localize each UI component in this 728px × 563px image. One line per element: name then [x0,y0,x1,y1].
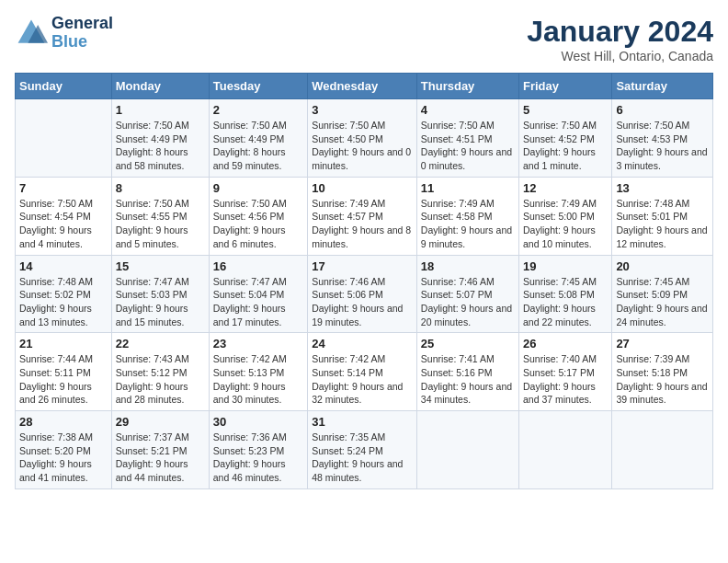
logo-icon [15,17,48,50]
day-number: 26 [523,337,608,350]
week-row-5: 28Sunrise: 7:38 AMSunset: 5:20 PMDayligh… [16,411,713,489]
day-info: Sunrise: 7:42 AMSunset: 5:13 PMDaylight:… [213,352,303,407]
day-number: 1 [116,103,205,117]
weekday-header-sunday: Sunday [16,74,112,99]
day-info: Sunrise: 7:50 AMSunset: 4:54 PMDaylight:… [19,197,108,251]
day-info: Sunrise: 7:47 AMSunset: 5:04 PMDaylight:… [213,275,303,329]
day-number: 18 [421,259,515,273]
day-info: Sunrise: 7:48 AMSunset: 5:01 PMDaylight:… [616,197,709,251]
day-info: Sunrise: 7:50 AMSunset: 4:53 PMDaylight:… [616,119,709,173]
calendar-cell: 27Sunrise: 7:39 AMSunset: 5:18 PMDayligh… [612,333,713,411]
day-info: Sunrise: 7:42 AMSunset: 5:14 PMDaylight:… [312,352,413,407]
day-info: Sunrise: 7:39 AMSunset: 5:18 PMDaylight:… [616,352,709,407]
day-number: 29 [116,415,205,429]
day-number: 2 [213,103,303,117]
day-info: Sunrise: 7:50 AMSunset: 4:51 PMDaylight:… [421,119,515,173]
day-number: 10 [312,181,413,195]
calendar-cell: 22Sunrise: 7:43 AMSunset: 5:12 PMDayligh… [111,333,209,411]
day-number: 15 [116,259,205,273]
calendar-cell [16,99,112,178]
day-info: Sunrise: 7:46 AMSunset: 5:06 PMDaylight:… [312,275,413,329]
day-number: 7 [19,181,108,195]
calendar-cell: 24Sunrise: 7:42 AMSunset: 5:14 PMDayligh… [308,333,417,411]
day-info: Sunrise: 7:43 AMSunset: 5:12 PMDaylight:… [116,352,205,407]
day-info: Sunrise: 7:48 AMSunset: 5:02 PMDaylight:… [19,275,108,329]
day-number: 6 [616,103,709,117]
week-row-3: 14Sunrise: 7:48 AMSunset: 5:02 PMDayligh… [16,255,713,333]
calendar-cell: 13Sunrise: 7:48 AMSunset: 5:01 PMDayligh… [612,177,713,255]
day-number: 3 [312,103,413,117]
day-info: Sunrise: 7:35 AMSunset: 5:24 PMDaylight:… [312,431,413,485]
calendar-cell: 18Sunrise: 7:46 AMSunset: 5:07 PMDayligh… [416,255,518,333]
day-number: 25 [421,337,515,350]
day-info: Sunrise: 7:49 AMSunset: 5:00 PMDaylight:… [523,197,608,251]
calendar-cell: 10Sunrise: 7:49 AMSunset: 4:57 PMDayligh… [308,177,417,255]
day-number: 28 [19,415,108,429]
day-number: 14 [19,259,108,273]
day-number: 12 [523,181,608,195]
calendar-cell: 1Sunrise: 7:50 AMSunset: 4:49 PMDaylight… [111,99,209,178]
calendar-cell: 4Sunrise: 7:50 AMSunset: 4:51 PMDaylight… [416,99,518,178]
day-number: 8 [116,181,205,195]
calendar-cell: 31Sunrise: 7:35 AMSunset: 5:24 PMDayligh… [308,411,417,489]
logo: General Blue [15,15,113,52]
day-info: Sunrise: 7:44 AMSunset: 5:11 PMDaylight:… [19,352,108,407]
calendar-cell: 14Sunrise: 7:48 AMSunset: 5:02 PMDayligh… [16,255,112,333]
day-info: Sunrise: 7:36 AMSunset: 5:23 PMDaylight:… [213,431,303,485]
calendar-table: SundayMondayTuesdayWednesdayThursdayFrid… [15,73,713,489]
calendar-cell: 30Sunrise: 7:36 AMSunset: 5:23 PMDayligh… [209,411,307,489]
day-number: 17 [312,259,413,273]
calendar-cell [612,411,713,489]
subtitle: West Hill, Ontario, Canada [527,49,713,63]
calendar-cell: 11Sunrise: 7:49 AMSunset: 4:58 PMDayligh… [416,177,518,255]
day-info: Sunrise: 7:37 AMSunset: 5:21 PMDaylight:… [116,431,205,485]
day-number: 22 [116,337,205,350]
calendar-cell: 21Sunrise: 7:44 AMSunset: 5:11 PMDayligh… [16,333,112,411]
day-number: 4 [421,103,515,117]
day-info: Sunrise: 7:50 AMSunset: 4:49 PMDaylight:… [116,119,205,173]
day-info: Sunrise: 7:46 AMSunset: 5:07 PMDaylight:… [421,275,515,329]
week-row-1: 1Sunrise: 7:50 AMSunset: 4:49 PMDaylight… [16,99,713,178]
calendar-cell [519,411,612,489]
calendar-cell: 29Sunrise: 7:37 AMSunset: 5:21 PMDayligh… [111,411,209,489]
week-row-4: 21Sunrise: 7:44 AMSunset: 5:11 PMDayligh… [16,333,713,411]
calendar-cell: 17Sunrise: 7:46 AMSunset: 5:06 PMDayligh… [308,255,417,333]
calendar-cell: 7Sunrise: 7:50 AMSunset: 4:54 PMDaylight… [16,177,112,255]
day-number: 23 [213,337,303,350]
calendar-cell: 2Sunrise: 7:50 AMSunset: 4:49 PMDaylight… [209,99,307,178]
day-number: 24 [312,337,413,350]
day-info: Sunrise: 7:40 AMSunset: 5:17 PMDaylight:… [523,352,608,407]
day-info: Sunrise: 7:41 AMSunset: 5:16 PMDaylight:… [421,352,515,407]
day-number: 9 [213,181,303,195]
calendar-cell: 12Sunrise: 7:49 AMSunset: 5:00 PMDayligh… [519,177,612,255]
main-title: January 2024 [527,15,713,49]
day-info: Sunrise: 7:49 AMSunset: 4:57 PMDaylight:… [312,197,413,251]
calendar-cell: 26Sunrise: 7:40 AMSunset: 5:17 PMDayligh… [519,333,612,411]
logo-line1: General [51,15,113,33]
day-number: 21 [19,337,108,350]
day-info: Sunrise: 7:38 AMSunset: 5:20 PMDaylight:… [19,431,108,485]
day-info: Sunrise: 7:49 AMSunset: 4:58 PMDaylight:… [421,197,515,251]
day-info: Sunrise: 7:47 AMSunset: 5:03 PMDaylight:… [116,275,205,329]
calendar-cell: 15Sunrise: 7:47 AMSunset: 5:03 PMDayligh… [111,255,209,333]
day-info: Sunrise: 7:50 AMSunset: 4:52 PMDaylight:… [523,119,608,173]
day-info: Sunrise: 7:50 AMSunset: 4:50 PMDaylight:… [312,119,413,173]
day-number: 16 [213,259,303,273]
calendar-cell: 6Sunrise: 7:50 AMSunset: 4:53 PMDaylight… [612,99,713,178]
weekday-header-friday: Friday [519,74,612,99]
weekday-header-monday: Monday [111,74,209,99]
calendar-cell: 5Sunrise: 7:50 AMSunset: 4:52 PMDaylight… [519,99,612,178]
calendar-cell: 28Sunrise: 7:38 AMSunset: 5:20 PMDayligh… [16,411,112,489]
day-number: 20 [616,259,709,273]
day-number: 27 [616,337,709,350]
page-header: General Blue January 2024 West Hill, Ont… [15,15,713,63]
weekday-header-saturday: Saturday [612,74,713,99]
day-number: 30 [213,415,303,429]
calendar-cell: 19Sunrise: 7:45 AMSunset: 5:08 PMDayligh… [519,255,612,333]
day-info: Sunrise: 7:45 AMSunset: 5:08 PMDaylight:… [523,275,608,329]
weekday-header-tuesday: Tuesday [209,74,307,99]
logo-line2: Blue [51,32,87,51]
day-info: Sunrise: 7:50 AMSunset: 4:56 PMDaylight:… [213,197,303,251]
calendar-cell: 16Sunrise: 7:47 AMSunset: 5:04 PMDayligh… [209,255,307,333]
day-info: Sunrise: 7:45 AMSunset: 5:09 PMDaylight:… [616,275,709,329]
